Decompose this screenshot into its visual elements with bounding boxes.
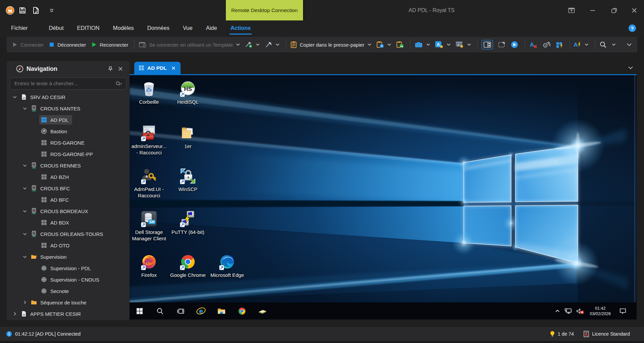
ribbon-reconnecter-button[interactable]: Reconnecter — [91, 41, 128, 48]
save-button[interactable] — [17, 5, 28, 15]
help-button[interactable]: ? — [629, 24, 636, 32]
ribbon-clipboard-img-button[interactable] — [396, 41, 404, 48]
desktop-icon-admpwd-ui[interactable]: AdmPwd.UI - Raccourci — [130, 167, 168, 199]
tree-item-bastion[interactable]: Bastion — [7, 126, 130, 137]
close-button[interactable] — [625, 0, 644, 21]
menu-debut[interactable]: Début — [49, 23, 64, 35]
taskbar-chrome-button[interactable] — [235, 302, 249, 320]
chevron-right-icon[interactable] — [12, 311, 17, 316]
tree-item-crous-orleans-tours[interactable]: CROUS ORLEANS-TOURS — [7, 228, 130, 240]
ribbon-play-circle-button[interactable] — [510, 41, 518, 49]
desktop-icon-microsoft-edge[interactable]: Microsoft Edge — [208, 253, 247, 278]
tree-item-crous-bfc[interactable]: CROUS BFC — [7, 183, 130, 194]
popout-window-button[interactable] — [562, 0, 581, 21]
menu-vue[interactable]: Vue — [183, 23, 193, 35]
chevron-down-icon[interactable] — [22, 254, 28, 259]
tree-item-ad-bfc[interactable]: AD BFC — [7, 194, 130, 205]
svg-text:c: c — [457, 43, 459, 47]
chevron-right-icon[interactable] — [22, 300, 28, 305]
ribbon-key-swap-button[interactable] — [542, 41, 551, 48]
tree-item-supervision-cnous[interactable]: Supervision - CNOUS — [7, 274, 130, 285]
menu-actions[interactable]: Actions — [230, 23, 251, 35]
desktop-icon-putty-64-bit[interactable]: PuTTY (64-bit) — [168, 210, 207, 235]
royalts-logo-icon[interactable] — [5, 5, 15, 15]
ribbon-copier-dans-le-presse-papier-button[interactable]: Copier dans le presse-papier — [290, 41, 371, 48]
ribbon-overflow-chevron[interactable] — [627, 43, 632, 46]
desktop-icon-google-chrome[interactable]: Google Chrome — [168, 253, 207, 278]
bulb-icon[interactable] — [550, 331, 555, 337]
menu-aide[interactable]: Aide — [206, 23, 217, 35]
ribbon-window-dashed-button[interactable] — [498, 41, 506, 48]
ribbon-deconnecter-button[interactable]: Déconnecter — [48, 41, 86, 48]
ribbon-font-remove-button[interactable]: A — [529, 41, 538, 48]
minimize-button[interactable] — [583, 0, 602, 21]
ribbon-window-star-button[interactable]: c — [455, 41, 471, 48]
tree-item-crous-rennes[interactable]: CROUS RENNES — [7, 160, 130, 171]
tab-close-icon[interactable] — [171, 66, 176, 70]
ribbon-zoom-button[interactable] — [599, 41, 607, 49]
chevron-down-icon[interactable] — [22, 208, 28, 214]
desktop-icon-corbeille[interactable]: Corbeille — [130, 80, 168, 105]
tree-item-apps-metier-cesir[interactable]: APPS METIER CESIR — [7, 308, 130, 320]
tray-show-hidden-icon[interactable] — [554, 308, 560, 314]
tree-item-secnote[interactable]: Secnote — [7, 285, 130, 297]
quick-access-chevron[interactable] — [47, 5, 57, 15]
chevron-down-icon[interactable] — [22, 186, 28, 191]
ribbon-win-flash-button[interactable] — [556, 41, 564, 48]
tab-ad-pdl[interactable]: AD PDL — [134, 62, 181, 74]
desktop-icon-adminserveur[interactable]: adminServeur... - Raccourci — [130, 124, 168, 156]
chevron-down-icon[interactable] — [22, 106, 28, 111]
taskbar-explorer-button[interactable] — [214, 302, 229, 320]
tree-item-ad-bzh[interactable]: AD BZH — [7, 171, 130, 183]
tree-item-sequence-de-touche[interactable]: Séquence de touche — [7, 297, 130, 308]
desktop-icon-dell-storage[interactable]: SMDell Storage Manager Client — [130, 210, 168, 242]
ribbon-font-star-button[interactable]: A — [435, 41, 451, 48]
menu-modeles[interactable]: Modèles — [112, 23, 134, 35]
chevron-down-icon[interactable] — [12, 94, 17, 100]
taskbar-taskview-button[interactable] — [173, 302, 188, 320]
tray-notification-icon[interactable] — [619, 308, 627, 314]
desktop-icon-firefox[interactable]: Firefox — [130, 253, 168, 278]
search-input[interactable] — [14, 81, 115, 87]
desktop-icon-winscp[interactable]: WinSCP — [168, 167, 207, 192]
ribbon-chevron-down-button[interactable] — [612, 43, 616, 46]
tree-item-crous-bordeaux[interactable]: CROUS BORDEAUX — [7, 205, 130, 217]
taskbar-start-button[interactable] — [132, 302, 147, 320]
pin-panel-button[interactable] — [105, 64, 115, 74]
chevron-down-icon[interactable] — [22, 231, 28, 237]
taskbar-ie-button[interactable]: e — [194, 302, 208, 320]
taskbar-search-button[interactable] — [153, 302, 167, 320]
tray-clock[interactable]: 01:42 03/02/2026 — [590, 306, 611, 316]
tree-item-supervision-pdl[interactable]: Supervision - PDL — [7, 262, 130, 274]
ribbon-camera-button[interactable] — [414, 41, 430, 48]
tree-item-ad-bdx[interactable]: AD BDX — [7, 217, 130, 228]
tree-item-srv-ad-cesir[interactable]: SRV AD CESIR — [7, 91, 130, 103]
chevron-down-icon[interactable] — [22, 163, 28, 168]
tree-item-supervision[interactable]: Supervision — [7, 251, 130, 262]
search-icon[interactable] — [115, 81, 123, 87]
new-document-button[interactable] — [31, 5, 41, 15]
tree-item-crous-nantes[interactable]: CROUS NANTES — [7, 103, 130, 114]
tree-item-rds-garone-pp[interactable]: RDS-GARONE-PP — [7, 148, 130, 160]
taskbar-keepass-button[interactable] — [255, 302, 270, 320]
menu-fichier[interactable]: Fichier — [11, 23, 28, 35]
ribbon-tool-connect-button[interactable] — [245, 41, 260, 48]
tray-volume-muted-icon[interactable] — [576, 308, 585, 314]
desktop-icon-1er[interactable]: 1er — [168, 124, 207, 149]
desktop-icon-heidisql[interactable]: HSHeidiSQL — [168, 80, 207, 105]
menu-edition[interactable]: EDITION — [77, 23, 100, 35]
ribbon-connecter-button[interactable]: Connecter — [11, 41, 44, 48]
ribbon-font-flash-button[interactable]: A — [573, 41, 589, 48]
ribbon-tool-hammer-button[interactable] — [264, 41, 280, 48]
menu-donnees[interactable]: Données — [147, 23, 170, 35]
ribbon-clipboard-a-button[interactable]: A — [376, 41, 391, 48]
close-panel-button[interactable] — [115, 64, 126, 74]
restore-button[interactable] — [604, 0, 624, 21]
ribbon-se-connecter-en-utilisant-un-template-button[interactable]: Se connecter en utilisant un Template — [139, 41, 240, 48]
tray-network-icon[interactable] — [564, 308, 572, 314]
ribbon-layout-split-button[interactable] — [482, 40, 493, 49]
tree-item-rds-garone[interactable]: RDS-GARONE — [7, 137, 130, 148]
tree-item-ad-pdl[interactable]: AD PDL — [7, 114, 130, 126]
tree-item-ad-oto[interactable]: AD OTO — [7, 240, 130, 251]
tabbar-overflow-chevron[interactable] — [628, 65, 633, 71]
